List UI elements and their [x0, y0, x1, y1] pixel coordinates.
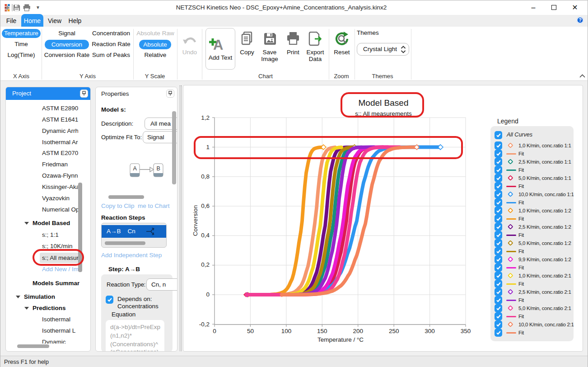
svg-text:Temperature / °C: Temperature / °C: [317, 336, 364, 343]
svg-text:350: 350: [461, 328, 471, 334]
svg-text:0,6: 0,6: [201, 202, 210, 209]
svg-text:1,2: 1,2: [201, 114, 210, 121]
svg-text:B: B: [157, 165, 160, 172]
svg-text:0,2: 0,2: [201, 261, 210, 268]
svg-text:Conversion: Conversion: [192, 205, 199, 236]
svg-text:250: 250: [389, 328, 399, 334]
svg-text:300: 300: [425, 328, 435, 334]
svg-text:0: 0: [206, 291, 210, 298]
svg-text:100: 100: [281, 328, 292, 334]
svg-text:-0,2: -0,2: [199, 321, 210, 328]
svg-text:150: 150: [317, 328, 327, 334]
svg-text:200: 200: [353, 328, 363, 334]
svg-text:0,8: 0,8: [201, 173, 210, 180]
svg-text:0: 0: [213, 328, 216, 334]
svg-text:50: 50: [247, 328, 254, 334]
svg-text:0,4: 0,4: [201, 232, 210, 239]
svg-text:A: A: [133, 165, 137, 172]
